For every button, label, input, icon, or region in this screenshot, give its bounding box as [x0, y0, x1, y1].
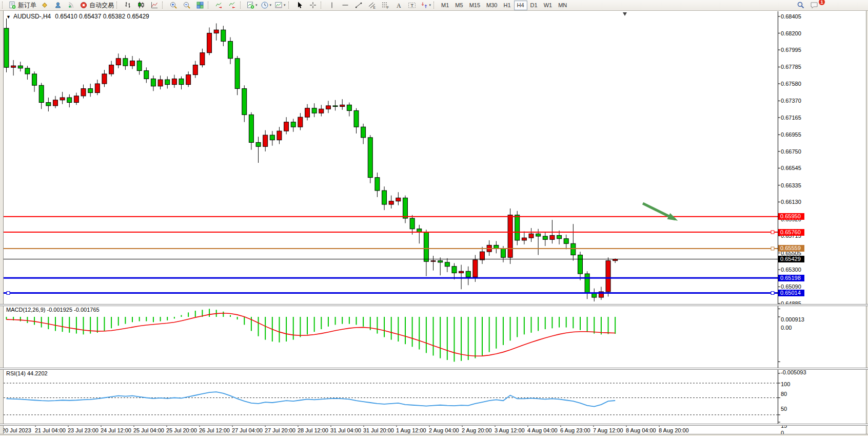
time-axis-label: 27 Jul 20:00: [265, 427, 295, 433]
time-axis-label: 2 Aug 20:00: [462, 427, 492, 433]
toolbar-grip: [2, 2, 5, 9]
timeframe-m30-button[interactable]: M30: [483, 1, 500, 10]
tile-windows-button[interactable]: [193, 0, 207, 10]
candle-body: [60, 98, 65, 100]
bar-chart-button[interactable]: [121, 0, 134, 10]
price-axis-tick-label: 0.67995: [781, 47, 801, 53]
candle-body: [179, 79, 184, 84]
text-button[interactable]: A: [392, 0, 405, 10]
fibonacci-button[interactable]: F: [379, 0, 392, 10]
time-axis-label: 25 Jul 04:00: [133, 427, 164, 433]
candle-body: [494, 245, 499, 248]
candle-body: [263, 135, 268, 146]
toolbar-grip: [162, 2, 165, 9]
time-axis-label: 3 Aug 12:00: [495, 427, 525, 433]
macd-panel-divider[interactable]: [0, 304, 868, 306]
candle-body: [389, 201, 393, 204]
line-handle[interactable]: [771, 292, 774, 295]
line-price-tag: 0.65559: [778, 245, 804, 252]
line-handle[interactable]: [7, 292, 10, 295]
market-watch-button[interactable]: [38, 0, 51, 10]
chart-canvas[interactable]: [0, 11, 868, 436]
candle-body: [305, 108, 310, 117]
rsi-indicator-label: RSI(14) 44.2202: [6, 370, 48, 376]
trendline-button[interactable]: [352, 0, 365, 10]
candle-body: [375, 178, 380, 191]
price-axis-tick-label: 0.67165: [781, 115, 801, 121]
line-icon: [150, 1, 159, 9]
chart-menu-icon[interactable]: ▼: [6, 14, 11, 20]
candle-body: [312, 108, 317, 113]
search-button[interactable]: [794, 0, 807, 10]
dropdown-arrow-icon[interactable]: ▾: [429, 3, 431, 7]
timeframe-d1-button[interactable]: D1: [527, 1, 541, 10]
timeframe-mn-button[interactable]: MN: [555, 1, 570, 10]
candlestick-chart-button[interactable]: [134, 0, 148, 10]
candle-body: [347, 105, 351, 110]
tile-icon: [196, 1, 204, 9]
new-order-button[interactable]: 新订单: [7, 0, 38, 10]
line-handle[interactable]: [771, 231, 774, 234]
macd-axis-label: 0.000913: [781, 316, 804, 323]
chart-shift-button[interactable]: [226, 0, 239, 10]
price-axis-tick-label: 0.66545: [781, 165, 801, 172]
zoom-in-button[interactable]: [167, 0, 180, 10]
time-axis-label: 8 Aug 20:00: [659, 427, 689, 433]
vertical-line-button[interactable]: [325, 0, 339, 10]
vline-icon: [328, 1, 336, 9]
rsi-panel-divider[interactable]: [0, 368, 868, 370]
zoom-out-button[interactable]: [180, 0, 193, 10]
auto-scroll-button[interactable]: [212, 0, 226, 10]
time-axis-label: 24 Jul 12:00: [101, 427, 131, 433]
horizontal-line-button[interactable]: [339, 0, 352, 10]
crosshair-button[interactable]: [306, 0, 320, 10]
line-handle[interactable]: [771, 247, 774, 250]
candle-body: [116, 59, 121, 65]
time-axis-label: 31 Jul 04:00: [330, 427, 361, 433]
candle-body: [361, 127, 366, 138]
autotrade-button[interactable]: 自动交易: [78, 0, 115, 10]
candle-body: [291, 122, 295, 127]
candle-body: [81, 89, 86, 96]
signals-button[interactable]: [65, 0, 78, 10]
template-icon: [274, 1, 283, 9]
rsi-line: [7, 392, 616, 407]
candle-body: [403, 198, 407, 218]
timeframe-w1-button[interactable]: W1: [541, 1, 556, 10]
candle-body: [165, 80, 170, 85]
new-chart-button[interactable]: ▾: [245, 0, 259, 10]
candle-body: [585, 274, 589, 293]
main-toolbar: 新订单自动交易▾▾▾EFAT▾M1M5M15M30H1H4D1W1MN1: [0, 0, 868, 11]
window-bottom-edge: [0, 434, 868, 436]
templates-button[interactable]: ▾: [273, 0, 287, 10]
current-price-tag: 0.65429: [778, 256, 804, 262]
arrows-button[interactable]: ▾: [419, 0, 433, 10]
line-chart-button[interactable]: [148, 0, 161, 10]
chart-shift-marker[interactable]: [623, 12, 627, 16]
periods-button[interactable]: ▾: [259, 0, 273, 10]
text-label-button[interactable]: T: [405, 0, 419, 10]
candle-body: [543, 236, 547, 239]
timeframe-m1-button[interactable]: M1: [438, 1, 452, 10]
candle-body: [130, 61, 135, 66]
window-left-edge: [0, 11, 4, 434]
cursor-button[interactable]: [293, 0, 306, 10]
timeframe-h1-button[interactable]: H1: [500, 1, 514, 10]
dropdown-arrow-icon[interactable]: ▾: [270, 3, 272, 7]
candle-body: [228, 41, 232, 58]
candle-body: [578, 255, 582, 274]
dropdown-arrow-icon[interactable]: ▾: [284, 3, 286, 7]
candle-body: [606, 261, 610, 292]
candle-body: [193, 65, 198, 74]
dropdown-arrow-icon[interactable]: ▾: [255, 3, 258, 7]
trend-icon: [354, 1, 363, 9]
candle-body: [508, 215, 512, 258]
timeframe-m5-button[interactable]: M5: [452, 1, 466, 10]
equidistant-channel-button[interactable]: E: [365, 0, 379, 10]
timeframe-h4-button[interactable]: H4: [514, 1, 527, 10]
profile-button[interactable]: [51, 0, 65, 10]
timeframe-m15-button[interactable]: M15: [466, 1, 483, 10]
candle-body: [151, 79, 155, 86]
crosshair-icon: [309, 1, 317, 9]
candle-body: [158, 80, 163, 86]
